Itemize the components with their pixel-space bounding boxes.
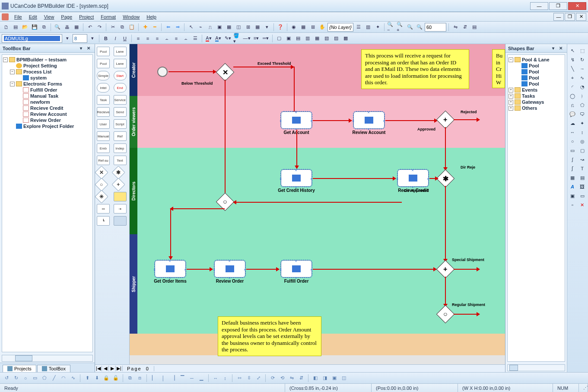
tree-system[interactable]: system: [30, 75, 47, 80]
cloud-tool[interactable]: ☁: [569, 119, 576, 127]
flow-dir-down[interactable]: [445, 186, 446, 262]
shapes-gateways[interactable]: Gateways: [522, 99, 544, 105]
flow-special[interactable]: [454, 269, 480, 270]
flow-regular-down[interactable]: [445, 277, 446, 307]
tree-collapse-icon[interactable]: −: [10, 82, 15, 86]
shape-pool4[interactable]: Pool: [529, 81, 539, 86]
font-size-dropdown-icon[interactable]: ▾: [88, 34, 97, 43]
pal-pool[interactable]: Pool: [97, 47, 110, 56]
bt-rot-90-icon[interactable]: ⟲: [278, 374, 286, 382]
bt-al-mid-icon[interactable]: ─: [188, 374, 196, 382]
text-color-button[interactable]: A▾: [214, 34, 222, 43]
menu-page[interactable]: Page: [58, 13, 75, 20]
panel-close-icon[interactable]: ✕: [559, 46, 564, 51]
flow-approved-down[interactable]: [445, 127, 446, 170]
shape5-icon[interactable]: ▦: [313, 34, 321, 43]
rect-tool[interactable]: ▭: [569, 147, 576, 154]
note-description[interactable]: This process will receive a request for …: [361, 49, 469, 89]
layer-mgr-icon[interactable]: ✦: [373, 23, 382, 32]
flow-exceed-down[interactable]: [294, 67, 295, 114]
bt-al-top-icon[interactable]: ▔: [178, 374, 186, 382]
pal-gw-x[interactable]: ✕: [95, 166, 108, 179]
pal-manual[interactable]: Manual: [97, 131, 110, 141]
bt-ungroup-icon[interactable]: ⧈: [136, 374, 143, 382]
pal-recieve[interactable]: Recieve: [97, 107, 110, 117]
pal-user[interactable]: User: [97, 119, 110, 129]
pal-gw-star[interactable]: ✱: [111, 166, 125, 179]
bt-al-right-icon[interactable]: ▕: [169, 374, 177, 382]
flow-credit-to-recv[interactable]: [313, 178, 396, 179]
pal-link[interactable]: ↦: [97, 204, 110, 214]
task-get-account[interactable]: Get Account ××××: [281, 112, 312, 129]
pan-icon[interactable]: ✋: [318, 23, 327, 32]
note-cut[interactable]: Bu in Cr Hi W: [492, 49, 505, 88]
mdi-restore-button[interactable]: ❐: [565, 13, 575, 21]
pal-pool2[interactable]: Pool: [97, 59, 110, 68]
eye-icon[interactable]: ◉: [289, 23, 298, 32]
shape-pool3[interactable]: Pool: [529, 75, 539, 80]
pie-tool[interactable]: ◔: [578, 83, 586, 91]
tree-form-reviewacct[interactable]: Review Account: [30, 112, 67, 117]
flow-review-fulfill[interactable]: [246, 269, 279, 270]
chevron-down-icon[interactable]: ▾: [263, 23, 271, 32]
shapes-tree[interactable]: −Pool & Lane Pool Pool Pool Pool +Events…: [507, 54, 565, 362]
start-event[interactable]: [157, 67, 168, 77]
page-setup-button[interactable]: ▦: [72, 23, 81, 32]
star-tool[interactable]: ✦: [578, 119, 586, 127]
shape1-icon[interactable]: ▢: [275, 34, 283, 43]
underline-button[interactable]: U: [121, 34, 129, 43]
tree-collapse-icon[interactable]: −: [3, 57, 8, 62]
shapes-hscroll[interactable]: [507, 364, 565, 371]
flow-account-to-credit[interactable]: [296, 130, 297, 169]
menu-file[interactable]: File: [11, 13, 25, 20]
tree-project-setting[interactable]: Project Setting: [23, 63, 57, 68]
panel-tool[interactable]: ▭: [578, 192, 586, 200]
italic-button[interactable]: I: [111, 34, 120, 43]
task-review-order[interactable]: Review Order ××××: [214, 260, 245, 277]
layer-combo[interactable]: {No Layer}: [327, 23, 353, 32]
table-icon[interactable]: ▦: [225, 23, 233, 32]
undo-button[interactable]: ↶: [86, 23, 94, 32]
flow-exceed[interactable]: [233, 67, 294, 67]
pal-note[interactable]: [114, 192, 127, 201]
redo-button[interactable]: ↷: [95, 23, 104, 32]
panel-close-icon[interactable]: ✕: [87, 46, 92, 51]
menu-window[interactable]: Window: [120, 13, 143, 20]
pal-gw-o[interactable]: ○: [95, 178, 108, 191]
callout-tool[interactable]: 💬: [569, 110, 576, 118]
bt-al-bottom-icon[interactable]: ▁: [197, 374, 205, 382]
tab-toolbox[interactable]: ToolBox: [37, 365, 70, 372]
flip-h-icon[interactable]: ⇋: [451, 23, 460, 32]
task-get-items[interactable]: Get Order Items ××××: [155, 260, 186, 277]
layer-visible-icon[interactable]: ▥: [364, 23, 372, 32]
page-first-button[interactable]: |◀: [95, 366, 102, 371]
flip-v-icon[interactable]: ⇵: [461, 23, 469, 32]
pal-emb[interactable]: Emb: [97, 143, 110, 153]
minimize-button[interactable]: —: [530, 2, 548, 10]
menu-view[interactable]: View: [41, 13, 57, 20]
shape-pool1[interactable]: Pool: [529, 63, 539, 68]
rotate-tool[interactable]: ↻: [578, 56, 586, 64]
line-color-button[interactable]: —▾: [242, 34, 251, 43]
mdi-close-button[interactable]: ✕: [576, 13, 586, 21]
tree-root[interactable]: BPMBuilder – testsam: [16, 57, 67, 62]
plus-tool[interactable]: +: [569, 74, 576, 82]
align-icon[interactable]: ▤: [470, 23, 479, 32]
bt-group-icon[interactable]: ⧉: [126, 374, 134, 382]
tree-form-recieve[interactable]: Recieve Credit: [30, 105, 63, 111]
shape3-icon[interactable]: ▤: [294, 34, 302, 43]
bt-misc3-icon[interactable]: ▣: [331, 374, 338, 382]
align-middle-button[interactable]: ≡: [172, 34, 181, 43]
bt-misc4-icon[interactable]: ◫: [340, 374, 348, 382]
bt-lock-icon[interactable]: 🔒: [102, 374, 110, 382]
cut-button[interactable]: ✂: [108, 23, 117, 32]
connector-icon[interactable]: ⎍: [206, 23, 214, 32]
bt-unlock-icon[interactable]: 🔓: [112, 374, 120, 382]
flow-rejected[interactable]: [454, 119, 480, 120]
line-weight-button[interactable]: ═▾: [261, 34, 270, 43]
grid-tool[interactable]: ▤: [578, 174, 586, 182]
save-all-button[interactable]: ⧉: [40, 23, 48, 32]
zoom-100-icon[interactable]: 🔍: [415, 23, 424, 32]
pal-lane2[interactable]: Lane: [114, 59, 127, 68]
new-project-button[interactable]: ▤: [11, 23, 20, 32]
